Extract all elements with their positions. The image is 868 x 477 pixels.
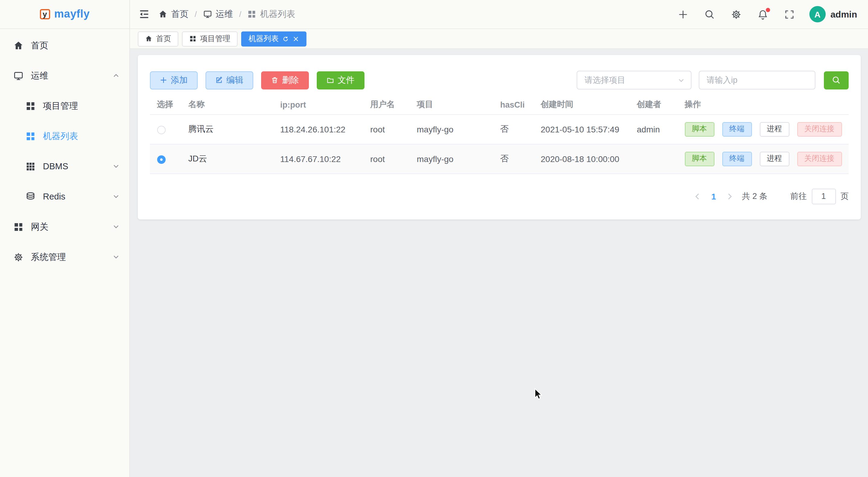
avatar[interactable]: A [809, 6, 826, 22]
close-connection-button[interactable]: 关闭连接 [797, 122, 842, 136]
table-row: 腾讯云 118.24.26.101:22 root mayfly-go 否 20… [150, 114, 849, 144]
collapse-menu-icon[interactable] [138, 8, 150, 20]
col-created-at: 创建时间 [533, 95, 629, 114]
plus-icon [159, 76, 167, 84]
cell-username: root [363, 114, 409, 144]
home-icon [145, 35, 152, 42]
sidebar-item-redis[interactable]: Redis [0, 181, 129, 212]
process-button[interactable]: 进程 [760, 151, 789, 166]
home-icon [158, 10, 167, 19]
sidebar-item-dbms[interactable]: DBMS [0, 151, 129, 181]
row-actions: 脚本 终端 进程 关闭连接 [685, 151, 841, 166]
sidebar-item-label: DBMS [43, 161, 68, 171]
gear-icon[interactable] [731, 9, 742, 20]
add-button-label: 添加 [171, 74, 188, 86]
file-button[interactable]: 文件 [316, 71, 364, 89]
chevron-down-icon [113, 223, 120, 230]
sidebar-item-ops[interactable]: 运维 [0, 60, 129, 91]
cell-created-at: 2020-08-18 10:00:00 [533, 144, 629, 174]
username[interactable]: admin [831, 9, 857, 19]
col-select: 选择 [150, 95, 181, 114]
cell-created-at: 2021-05-10 15:57:49 [533, 114, 629, 144]
breadcrumb-separator: / [195, 10, 197, 19]
sidebar-item-label: 首页 [31, 39, 49, 51]
search-button[interactable] [824, 71, 849, 89]
chevron-up-icon [113, 72, 120, 79]
gear-icon [13, 252, 24, 262]
script-button[interactable]: 脚本 [685, 151, 714, 166]
goto-page-input[interactable] [811, 188, 836, 204]
plus-icon[interactable] [678, 9, 688, 20]
ip-search-input[interactable] [699, 71, 815, 89]
chevron-down-icon [113, 253, 120, 261]
sidebar-menu: 首页 运维 项目管理 机器列表 [0, 29, 129, 272]
terminal-button[interactable]: 终端 [722, 122, 752, 136]
close-connection-button[interactable]: 关闭连接 [797, 151, 842, 166]
project-select[interactable]: 请选择项目 [577, 71, 691, 89]
tab-machine-list[interactable]: 机器列表 [241, 31, 306, 46]
delete-button[interactable]: 删除 [261, 71, 309, 89]
cell-creator: admin [629, 114, 677, 144]
grid9-icon [25, 161, 36, 171]
chevron-down-icon [113, 193, 120, 200]
tab-home[interactable]: 首页 [138, 31, 178, 46]
table-header-row: 选择 名称 ip:port 用户名 项目 hasCli 创建时间 创建者 操作 [150, 95, 849, 114]
header-actions: A admin [662, 6, 857, 22]
grid-icon [25, 101, 36, 111]
toolbar: 添加 编辑 删除 [150, 71, 849, 89]
notification-dot [766, 7, 770, 12]
top-bar: 首页 / 运维 / 机器列表 [130, 0, 868, 29]
file-button-label: 文件 [338, 74, 354, 86]
goto-label: 前往 [790, 191, 807, 202]
cell-hascli: 否 [493, 144, 533, 174]
delete-button-label: 删除 [282, 74, 299, 86]
mouse-cursor [534, 388, 544, 401]
close-icon[interactable] [292, 35, 299, 42]
total-count: 共 2 条 [742, 191, 767, 202]
breadcrumb-item[interactable]: 运维 [216, 8, 233, 20]
refresh-icon[interactable] [282, 35, 289, 42]
edit-button[interactable]: 编辑 [205, 71, 253, 89]
page-number-current[interactable]: 1 [711, 191, 716, 201]
sidebar-item-project-mgmt[interactable]: 项目管理 [0, 91, 129, 121]
tab-label: 首页 [156, 34, 171, 44]
fullscreen-icon[interactable] [784, 9, 795, 20]
grid-icon [248, 10, 256, 19]
next-page-icon[interactable] [726, 192, 734, 201]
app-window: y mayfly 首页 运维 [0, 0, 868, 477]
prev-page-icon[interactable] [693, 192, 702, 201]
sidebar-item-machine-list[interactable]: 机器列表 [0, 121, 129, 151]
breadcrumb-item[interactable]: 首页 [171, 8, 189, 20]
chevron-down-icon [678, 77, 685, 84]
row-actions: 脚本 终端 进程 关闭连接 [685, 122, 841, 136]
chevron-down-icon [113, 162, 120, 170]
sidebar-item-label: 系统管理 [31, 251, 66, 263]
sidebar-item-gateway[interactable]: 网关 [0, 212, 129, 242]
logo-mark-icon: y [39, 9, 50, 19]
search-icon[interactable] [704, 9, 715, 20]
terminal-button[interactable]: 终端 [722, 151, 752, 166]
add-button[interactable]: 添加 [150, 71, 197, 89]
folder-icon [326, 76, 334, 84]
cell-hascli: 否 [493, 114, 533, 144]
home-icon [13, 40, 24, 51]
sidebar-item-system-mgmt[interactable]: 系统管理 [0, 242, 129, 272]
cell-name: 腾讯云 [181, 114, 273, 144]
grid-icon [13, 221, 24, 232]
filter-controls: 请选择项目 [577, 71, 849, 89]
pagination: 1 共 2 条 前往 页 [150, 188, 849, 204]
app-logo[interactable]: y mayfly [0, 0, 129, 29]
process-button[interactable]: 进程 [760, 122, 789, 136]
row-radio-selected[interactable] [157, 155, 165, 163]
sidebar-item-label: 运维 [31, 70, 49, 81]
cell-ip-port: 118.24.26.101:22 [273, 114, 363, 144]
machine-list-card: 添加 编辑 删除 [137, 55, 861, 219]
script-button[interactable]: 脚本 [685, 122, 714, 136]
col-username: 用户名 [363, 95, 409, 114]
logo-text: mayfly [54, 8, 90, 21]
sidebar-item-home[interactable]: 首页 [0, 30, 129, 60]
tab-project-mgmt[interactable]: 项目管理 [182, 31, 238, 46]
bell-icon[interactable] [757, 9, 768, 20]
row-radio-unselected[interactable] [157, 125, 165, 134]
cell-creator [629, 144, 677, 174]
